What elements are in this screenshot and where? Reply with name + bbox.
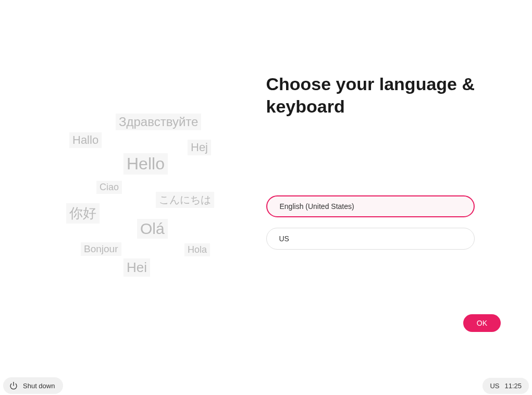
shutdown-label: Shut down (23, 382, 55, 390)
status-pill[interactable]: US 11:25 (482, 378, 529, 394)
power-icon (9, 381, 18, 390)
language-dropdown[interactable]: English (United States) (266, 195, 475, 217)
greeting-panel: Здравствуйте Hallo Hej Hello Ciao こんにちは … (0, 0, 266, 395)
ok-button[interactable]: OK (463, 314, 501, 332)
greeting-spanish: Hola (184, 243, 210, 256)
page-title: Choose your language & keyboard (266, 73, 501, 117)
greeting-german: Hallo (69, 132, 102, 148)
main-container: Здравствуйте Hallo Hej Hello Ciao こんにちは … (0, 0, 532, 395)
clock: 11:25 (504, 382, 522, 390)
greeting-russian: Здравствуйте (116, 114, 201, 130)
greeting-italian: Ciao (96, 181, 122, 194)
form-section: English (United States) US (266, 195, 501, 250)
shutdown-button[interactable]: Shut down (3, 377, 63, 394)
language-dropdown-value: English (United States) (280, 202, 354, 211)
greeting-swedish: Hej (188, 140, 211, 155)
keyboard-dropdown[interactable]: US (266, 228, 475, 250)
greeting-japanese: こんにちは (156, 192, 214, 208)
form-panel: Choose your language & keyboard English … (266, 0, 533, 395)
greeting-english: Hello (123, 153, 168, 175)
greeting-cloud: Здравствуйте Hallo Hej Hello Ciao こんにちは … (0, 0, 266, 395)
keyboard-indicator: US (490, 382, 499, 390)
bottom-bar: Shut down US 11:25 (0, 377, 532, 395)
greeting-french: Bonjour (81, 242, 121, 256)
greeting-chinese: 你好 (66, 203, 100, 224)
greeting-finnish: Hei (123, 258, 150, 277)
keyboard-dropdown-value: US (279, 234, 289, 243)
greeting-portuguese: Olá (137, 219, 168, 239)
